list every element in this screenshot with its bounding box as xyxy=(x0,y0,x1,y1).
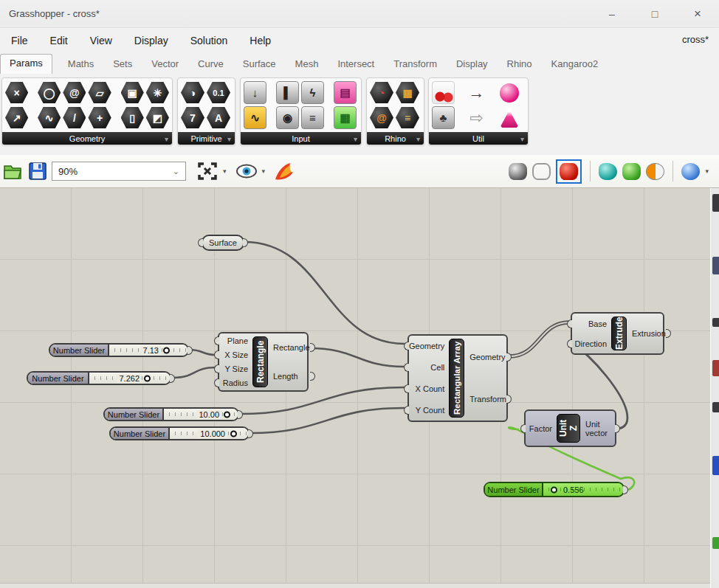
port-unit-vector-out[interactable]: Unit vector xyxy=(581,420,615,437)
input-notch[interactable] xyxy=(214,350,219,359)
grid-shell-icon[interactable]: ▦ xyxy=(396,81,419,104)
flask-icon[interactable] xyxy=(500,108,519,128)
slider-track[interactable]: 7.13 xyxy=(109,345,188,356)
slider-knob[interactable] xyxy=(230,430,237,437)
wireframe-cylinder-icon[interactable] xyxy=(532,163,551,180)
number-slider-5-selected[interactable]: Number Slider 0.556 xyxy=(484,482,625,497)
unit-z-component[interactable]: Factor Unit Z Unit vector xyxy=(524,409,616,447)
close-button[interactable]: × xyxy=(676,0,719,28)
pie-icon[interactable]: ◔ xyxy=(370,81,393,104)
document-badge[interactable]: cross* xyxy=(682,34,709,45)
knob-icon[interactable]: ◉ xyxy=(276,106,299,129)
import-icon[interactable]: ↓ xyxy=(244,81,266,104)
surface-icon[interactable]: ▯ xyxy=(121,106,144,129)
number-slider-1[interactable]: Number Slider 7.13 xyxy=(49,343,189,357)
port-base[interactable]: Base xyxy=(572,319,610,328)
save-icon[interactable] xyxy=(28,162,47,181)
port-direction[interactable]: Direction xyxy=(572,339,610,348)
input-notch[interactable] xyxy=(198,238,203,247)
port-x-count[interactable]: X Count xyxy=(409,384,448,393)
slider-knob[interactable] xyxy=(224,411,230,418)
extrude-title[interactable]: Extrude xyxy=(611,317,627,350)
slider-track[interactable]: 0.556 xyxy=(543,483,623,496)
redraw-brush-icon[interactable] xyxy=(272,162,296,181)
slider-track[interactable]: 7.262 xyxy=(89,373,170,384)
wire-slider2-to-ysize[interactable] xyxy=(173,367,216,378)
tab-kangaroo2[interactable]: Kangaroo2 xyxy=(542,55,608,74)
rectangle-title[interactable]: Rectangle xyxy=(252,336,268,387)
chevron-down-icon[interactable]: ▾ xyxy=(262,167,266,175)
hatch-icon[interactable]: ≡ xyxy=(396,106,419,129)
tab-params[interactable]: Params xyxy=(0,54,52,74)
tab-maths[interactable]: Maths xyxy=(58,55,103,74)
arrow-solid-icon[interactable]: → xyxy=(464,83,489,103)
text-icon[interactable]: A xyxy=(207,106,230,129)
graph-mapper-icon[interactable]: ϟ xyxy=(301,81,324,104)
input-notch[interactable] xyxy=(404,384,409,393)
port-x-size[interactable]: X Size xyxy=(219,350,252,359)
tree-icon[interactable]: ♣ xyxy=(432,106,455,129)
slider-knob[interactable] xyxy=(551,486,557,493)
plane-icon[interactable]: ▱ xyxy=(88,81,111,104)
rectangle-component[interactable]: Plane X Size Y Size Radius Rectangle Rec… xyxy=(218,332,309,392)
preview-eye-icon[interactable] xyxy=(235,163,258,179)
port-factor[interactable]: Factor xyxy=(526,424,556,433)
pink-sphere-icon[interactable] xyxy=(500,83,519,103)
menu-view[interactable]: View xyxy=(79,28,123,53)
port-extrusion-out[interactable]: Extrusion xyxy=(627,329,666,338)
slider-knob[interactable] xyxy=(163,347,170,353)
two-tone-sphere-icon[interactable] xyxy=(646,163,664,180)
rectangular-array-component[interactable]: Geometry Cell X Count Y Count Rectangula… xyxy=(407,334,508,422)
number-slider-2[interactable]: Number Slider 7.262 xyxy=(27,371,171,385)
maximize-button[interactable]: □ xyxy=(633,0,676,28)
curve-icon[interactable]: ∿ xyxy=(38,106,61,129)
port-cell[interactable]: Cell xyxy=(409,363,448,372)
slider-track[interactable]: 10.00 xyxy=(164,409,238,420)
port-y-count[interactable]: Y Count xyxy=(409,406,448,415)
null-icon[interactable]: × xyxy=(5,81,28,104)
point-icon[interactable]: + xyxy=(88,106,111,129)
teal-blob-icon[interactable] xyxy=(599,163,617,180)
wire-slider1-to-xsize[interactable] xyxy=(189,350,216,355)
input-notch[interactable] xyxy=(567,339,572,348)
menu-file[interactable]: File xyxy=(0,28,39,53)
tab-vector[interactable]: Vector xyxy=(142,55,188,74)
colour-swatch-icon[interactable]: ▦ xyxy=(334,106,357,129)
number-slider-4[interactable]: Number Slider 10.000 xyxy=(109,426,250,440)
wire-surface-to-array-geometry[interactable] xyxy=(244,242,405,344)
port-geometry-out[interactable]: Geometry xyxy=(465,353,506,362)
port-geometry-in[interactable]: Geometry xyxy=(409,342,448,350)
group-label-rhino[interactable]: Rhino ▾ xyxy=(367,132,424,145)
group-label-util[interactable]: Util ▾ xyxy=(429,132,528,145)
surface-param-node[interactable]: Surface xyxy=(202,235,244,251)
menu-edit[interactable]: Edit xyxy=(39,28,79,53)
zoom-select[interactable]: 90% ⌄ xyxy=(52,162,186,181)
input-notch[interactable] xyxy=(520,424,526,433)
mesh-icon[interactable]: ✳ xyxy=(146,81,169,104)
port-radius[interactable]: Radius xyxy=(219,378,252,387)
shaded-cylinder-icon[interactable] xyxy=(560,163,578,180)
number-icon[interactable]: 0.1 xyxy=(207,81,230,104)
port-y-size[interactable]: Y Size xyxy=(219,364,252,373)
port-rectangle-out[interactable]: Rectangle xyxy=(269,343,310,352)
sketch-icon[interactable]: ∿ xyxy=(244,106,266,129)
port-plane[interactable]: Plane xyxy=(219,336,252,345)
circle-icon[interactable]: ◑ xyxy=(181,81,204,104)
blue-sphere-icon[interactable] xyxy=(681,163,700,180)
green-cylinder-icon[interactable] xyxy=(622,163,641,180)
spiral-icon[interactable]: @ xyxy=(370,106,393,129)
unit-z-title[interactable]: Unit Z xyxy=(557,414,580,443)
menu-help[interactable]: Help xyxy=(238,28,282,53)
boolean-toggle-icon[interactable]: ▌ xyxy=(276,81,299,104)
port-length-out[interactable]: Length xyxy=(269,372,310,381)
tab-transform[interactable]: Transform xyxy=(384,55,447,74)
chevron-down-icon[interactable]: ▾ xyxy=(223,167,227,175)
open-folder-icon[interactable] xyxy=(3,162,24,181)
spiral-icon[interactable]: @ xyxy=(63,81,86,104)
line-icon[interactable]: / xyxy=(63,106,86,129)
tab-intersect[interactable]: Intersect xyxy=(328,55,384,74)
tab-surface[interactable]: Surface xyxy=(233,55,286,74)
slider-track[interactable]: 10.000 xyxy=(170,428,248,439)
group-label-geometry[interactable]: Geometry ▾ xyxy=(2,132,172,145)
zoom-extents-icon[interactable] xyxy=(196,161,219,181)
